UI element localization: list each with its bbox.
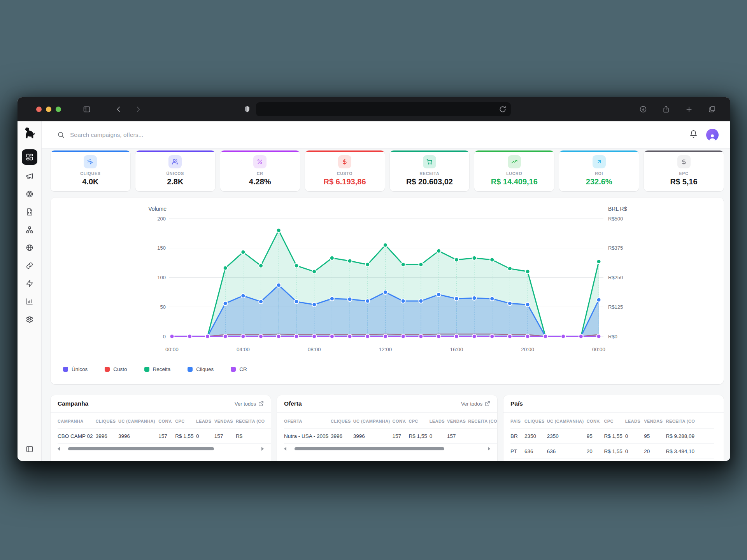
svg-text:20:00: 20:00 bbox=[521, 346, 534, 352]
table-cell: 0 bbox=[625, 444, 644, 459]
minimize-button[interactable] bbox=[46, 107, 51, 112]
kpi-accent-bar bbox=[474, 150, 554, 152]
sidebar-item-link[interactable] bbox=[23, 259, 36, 272]
table-cell: 3996 bbox=[353, 429, 393, 444]
table-cell: R$ 1,55 bbox=[604, 444, 625, 459]
download-icon[interactable] bbox=[637, 103, 649, 115]
bell-icon[interactable] bbox=[689, 130, 698, 140]
legend-label: Custo bbox=[113, 366, 127, 372]
new-tab-icon[interactable] bbox=[683, 103, 695, 115]
trending-up-icon bbox=[508, 155, 521, 168]
kpi-card-epc: EPCR$ 5,16 bbox=[644, 150, 724, 191]
horizontal-scrollbar[interactable] bbox=[284, 446, 490, 451]
table-row[interactable]: PT63663620R$ 1,55020R$ 3.484,10 bbox=[510, 444, 714, 459]
table-cell: 2350 bbox=[524, 429, 547, 444]
dollar-icon bbox=[338, 155, 351, 168]
legend-label: Cliques bbox=[196, 366, 214, 372]
legend-item-custo[interactable]: Custo bbox=[105, 366, 127, 372]
table-cell: 2350 bbox=[547, 429, 587, 444]
scrollbar-thumb[interactable] bbox=[68, 447, 214, 450]
svg-text:12:00: 12:00 bbox=[379, 346, 392, 352]
sidebar-item-dashboard[interactable] bbox=[22, 149, 37, 165]
svg-text:200: 200 bbox=[157, 216, 166, 222]
traffic-chart-card: 050100150200VolumeR$500R$375R$250R$125R$… bbox=[51, 198, 724, 384]
data-table: OFERTACLIQUESUC (CAMPANHA)CONV.CPCLEADSV… bbox=[284, 413, 497, 444]
svg-text:BRL R$: BRL R$ bbox=[608, 206, 627, 212]
sidebar-item-globe[interactable] bbox=[23, 241, 36, 254]
sidebar-item-target[interactable] bbox=[23, 187, 36, 201]
table-cell: 0 bbox=[196, 429, 214, 444]
kpi-card-únicos: ÚNICOS2.8K bbox=[135, 150, 215, 191]
sidebar-item-network[interactable] bbox=[23, 223, 36, 236]
search-input[interactable] bbox=[70, 131, 265, 138]
dog-logo bbox=[23, 126, 36, 140]
table-cell: 95 bbox=[587, 429, 604, 444]
kpi-card-cliques: CLIQUES4.0K bbox=[51, 150, 130, 191]
scroll-left-arrow[interactable] bbox=[284, 447, 286, 451]
column-header: CLIQUES bbox=[524, 413, 547, 429]
table-cell: 157 bbox=[393, 429, 409, 444]
shield-icon[interactable] bbox=[241, 103, 253, 115]
column-header: LEADS bbox=[625, 413, 644, 429]
chart-legend: ÚnicosCustoReceitaCliquesCR bbox=[51, 362, 724, 372]
kpi-label: CLIQUES bbox=[51, 171, 130, 176]
table-row[interactable]: Nutra - USA - 200$39963996157R$ 1,550157 bbox=[284, 429, 497, 444]
sidebar-item-file-code[interactable] bbox=[23, 205, 36, 219]
zoom-button[interactable] bbox=[56, 107, 61, 112]
avatar[interactable] bbox=[706, 129, 719, 141]
svg-text:100: 100 bbox=[157, 275, 166, 280]
back-icon[interactable] bbox=[113, 103, 124, 115]
legend-swatch bbox=[188, 367, 193, 372]
column-header: CPC bbox=[604, 413, 625, 429]
sidebar-toggle-icon[interactable] bbox=[81, 103, 93, 115]
kpi-label: CR bbox=[220, 171, 300, 176]
sidebar-item-bar-chart[interactable] bbox=[23, 295, 36, 308]
ver-todos-link[interactable]: Ver todos bbox=[235, 401, 264, 407]
panel-collapse-icon[interactable] bbox=[26, 445, 33, 455]
scrollbar-thumb[interactable] bbox=[295, 447, 444, 450]
legend-item-únicos[interactable]: Únicos bbox=[63, 366, 88, 372]
column-header: LEADS bbox=[196, 413, 214, 429]
kpi-value: 4.0K bbox=[51, 177, 130, 186]
close-button[interactable] bbox=[36, 107, 42, 112]
tab-overview-icon[interactable] bbox=[706, 103, 718, 115]
reload-icon[interactable] bbox=[498, 105, 507, 114]
kpi-label: EPC bbox=[644, 171, 724, 176]
share-icon[interactable] bbox=[660, 103, 672, 115]
column-header: OFERTA bbox=[284, 413, 331, 429]
column-header: UC (CAMPANHA) bbox=[118, 413, 158, 429]
svg-text:150: 150 bbox=[157, 245, 166, 251]
sidebar-item-megaphone[interactable] bbox=[23, 170, 36, 183]
table-row[interactable]: CBO CAMP 0239963996157R$ 1,550157R$ bbox=[58, 429, 271, 444]
column-header: UC (CAMPANHA) bbox=[547, 413, 587, 429]
browser-titlebar bbox=[18, 97, 730, 121]
scroll-right-arrow[interactable] bbox=[261, 447, 264, 451]
tables-row: CampanhaVer todosCAMPANHACLIQUESUC (CAMP… bbox=[51, 395, 724, 461]
table-title: País bbox=[510, 400, 523, 407]
table-cell: 157 bbox=[214, 429, 236, 444]
sidebar-item-zap[interactable] bbox=[23, 277, 36, 290]
table-row[interactable]: BR2350235095R$ 1,55095R$ 9.288,09 bbox=[510, 429, 714, 444]
column-header: UC (CAMPANHA) bbox=[353, 413, 393, 429]
legend-label: Receita bbox=[153, 366, 171, 372]
table-card-campanha: CampanhaVer todosCAMPANHACLIQUESUC (CAMP… bbox=[51, 395, 271, 461]
legend-item-cr[interactable]: CR bbox=[231, 366, 247, 372]
ver-todos-link[interactable]: Ver todos bbox=[461, 401, 490, 407]
legend-item-receita[interactable]: Receita bbox=[144, 366, 171, 372]
column-header: CAMPANHA bbox=[58, 413, 96, 429]
table-card-oferta: OfertaVer todosOFERTACLIQUESUC (CAMPANHA… bbox=[277, 395, 497, 461]
kpi-card-roi: ROI232.6% bbox=[559, 150, 639, 191]
table-cell: R$ 1,55 bbox=[175, 429, 196, 444]
forward-icon[interactable] bbox=[132, 103, 144, 115]
horizontal-scrollbar[interactable] bbox=[58, 446, 264, 451]
legend-item-cliques[interactable]: Cliques bbox=[188, 366, 214, 372]
table-cell: 157 bbox=[158, 429, 175, 444]
table-title: Campanha bbox=[58, 400, 88, 407]
legend-swatch bbox=[144, 367, 149, 372]
scroll-right-arrow[interactable] bbox=[488, 447, 490, 451]
column-header: CONV. bbox=[587, 413, 604, 429]
url-bar[interactable] bbox=[256, 102, 511, 116]
scroll-left-arrow[interactable] bbox=[58, 447, 60, 451]
kpi-value: 232.6% bbox=[559, 177, 639, 186]
sidebar-item-settings[interactable] bbox=[23, 313, 36, 326]
